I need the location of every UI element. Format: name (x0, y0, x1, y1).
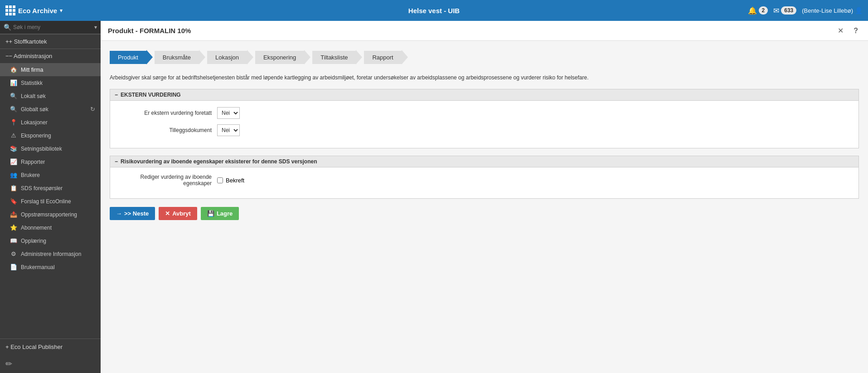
section2-content: Rediger vurdering av iboende egenskaper … (110, 167, 858, 198)
sidebar-search-bar: 🔍 ▾ (0, 21, 101, 34)
administrasjon-label: − Administrasjon (9, 53, 53, 59)
stoffkartotek-label: + Stoffkartotek (9, 38, 47, 45)
next-arrow-icon: → (116, 210, 122, 217)
step-label-3: Eksponering (255, 51, 304, 64)
wizard-step-rapport[interactable]: Rapport (364, 50, 407, 64)
item-icon-3: 🔍 (10, 106, 17, 113)
stoffkartotek-toggle-icon: + (5, 38, 9, 45)
confirm-label: Bekreft (226, 177, 244, 184)
cancel-icon: ✕ (165, 210, 170, 217)
edit-icon[interactable]: ✏ (5, 359, 12, 369)
sidebar-item-brukere[interactable]: 👥 Brukere (0, 168, 101, 182)
save-button[interactable]: 💾 Lagre (201, 207, 239, 220)
collapse-icon-1[interactable]: − (115, 92, 118, 98)
next-button[interactable]: → >> Neste (110, 207, 155, 220)
sidebar-item-oppstrømsrapportering[interactable]: 📤 Oppstrømsrapportering (0, 208, 101, 221)
app-logo[interactable]: Eco Archive ▾ (5, 5, 63, 15)
step-label-5: Rapport (364, 51, 401, 64)
item-label-1: Statistikk (21, 80, 43, 86)
item-label-7: Rapporter (21, 159, 45, 165)
collapse-icon-2[interactable]: − (115, 158, 118, 165)
sidebar-item-administrere-informasjon[interactable]: ⚙ Administrere Informasjon (0, 247, 101, 260)
sidebar-item-eksponering[interactable]: ⚠ Eksponering (0, 129, 101, 142)
step-label-4: Tiltaksliste (312, 51, 356, 64)
item-icon-13: 📖 (10, 237, 17, 244)
wizard-steps: Produkt Bruksmåte Lokasjon Eksponering T… (110, 50, 859, 64)
refresh-icon[interactable]: ↻ (90, 106, 95, 113)
item-label-9: SDS forespørsler (21, 185, 63, 191)
section-risiko-header: − Risikovurdering av iboende egenskaper … (110, 156, 858, 167)
messages-button[interactable]: 633 (773, 6, 796, 15)
sidebar-item-mitt-firma[interactable]: 🏠 Mitt firma (0, 63, 101, 76)
sidebar-item-abonnement[interactable]: ⭐ Abonnement (0, 221, 101, 234)
notifications-button[interactable]: 2 (748, 6, 768, 15)
cancel-button[interactable]: ✕ Avbryt (159, 207, 197, 220)
top-navbar: Eco Archive ▾ Helse vest - UIB 2 633 (Be… (0, 0, 868, 21)
item-icon-14: ⚙ (10, 250, 17, 257)
close-button[interactable]: ✕ (835, 25, 846, 36)
step-arrow-4 (356, 50, 362, 64)
item-label-11: Oppstrømsrapportering (21, 211, 77, 218)
sidebar-section-stoffkartotek[interactable]: + + Stoffkartotek (0, 34, 101, 49)
risiko-checkbox-label: Rediger vurdering av iboende egenskaper (117, 174, 217, 186)
sidebar-item-opplæring[interactable]: 📖 Opplæring (0, 234, 101, 247)
item-icon-6: 📚 (10, 145, 17, 152)
sidebar-eco-local[interactable]: + Eco Local Publisher (0, 339, 101, 355)
sidebar-item-lokalt-søk[interactable]: 🔍 Lokalt søk (0, 89, 101, 103)
section1-title: EKSTERN VURDERING (121, 92, 181, 98)
search-input[interactable] (13, 24, 94, 30)
item-label-13: Opplæring (21, 238, 46, 244)
step-arrow-5 (402, 50, 408, 64)
content-top-bar: Produkt - FORMALIN 10% ✕ ? (101, 21, 868, 41)
wizard-step-tiltaksliste[interactable]: Tiltaksliste (312, 50, 362, 64)
form-select-1[interactable]: NeiJa (217, 124, 240, 136)
grid-icon (5, 5, 15, 15)
search-dropdown-icon[interactable]: ▾ (94, 24, 97, 30)
item-icon-11: 📤 (10, 211, 17, 218)
search-icon: 🔍 (4, 24, 11, 31)
user-menu[interactable]: (Bente-Lise Lillebø) (802, 7, 863, 14)
sidebar-item-sds-forespørsler[interactable]: 📋 SDS forespørsler (0, 182, 101, 195)
user-name: (Bente-Lise Lillebø) (802, 7, 853, 14)
section2-title: Risikovurdering av iboende egenskaper ek… (121, 158, 317, 165)
wizard-step-bruksmåte[interactable]: Bruksmåte (155, 50, 205, 64)
help-button[interactable]: ? (851, 25, 861, 36)
save-icon: 💾 (207, 210, 214, 217)
content-area: Produkt - FORMALIN 10% ✕ ? Produkt Bruks… (101, 21, 868, 373)
sidebar-item-rapporter[interactable]: 📈 Rapporter (0, 155, 101, 168)
logo-arrow: ▾ (60, 8, 63, 14)
confirm-checkbox[interactable] (217, 177, 223, 183)
mail-icon (773, 6, 779, 15)
form-label-0: Er ekstern vurdering foretatt (117, 110, 217, 116)
item-icon-4: 📍 (10, 119, 17, 126)
form-row-1: TilleggsdokumentNeiJa (117, 124, 851, 136)
item-label-14: Administrere Informasjon (21, 251, 81, 257)
item-icon-8: 👥 (10, 172, 17, 178)
wizard-step-produkt[interactable]: Produkt (110, 50, 153, 64)
sidebar-item-brukermanual[interactable]: 📄 Brukermanual (0, 260, 101, 274)
sidebar-item-globalt-søk[interactable]: 🔍 Globalt søk↻ (0, 103, 101, 116)
sidebar-item-forslag-til-ecoonline[interactable]: 🔖 Forslag til EcoOnline (0, 195, 101, 208)
section-ekstern-vurdering: − EKSTERN VURDERING Er ekstern vurdering… (110, 89, 859, 148)
sidebar-item-lokasjoner[interactable]: 📍 Lokasjoner (0, 116, 101, 129)
item-label-12: Abonnement (21, 225, 52, 231)
wizard-step-lokasjon[interactable]: Lokasjon (207, 50, 253, 64)
page-title: Produkt - FORMALIN 10% (108, 27, 191, 34)
next-label: >> Neste (124, 210, 149, 217)
sidebar-section-administrasjon[interactable]: − − Administrasjon (0, 49, 101, 63)
form-label-1: Tilleggsdokument (117, 127, 217, 133)
user-icon (855, 7, 863, 14)
cancel-label: Avbryt (172, 210, 191, 217)
administrasjon-toggle-icon: − (5, 53, 9, 59)
bell-icon (748, 6, 757, 15)
notifications-count: 2 (759, 6, 768, 15)
main-layout: 🔍 ▾ + + Stoffkartotek − − Administrasjon… (0, 21, 868, 373)
item-label-15: Brukermanual (21, 264, 55, 270)
wizard-step-eksponering[interactable]: Eksponering (255, 50, 310, 64)
step-arrow-2 (247, 50, 253, 64)
sidebar-item-setningsbibliotek[interactable]: 📚 Setningsbibliotek (0, 142, 101, 155)
step-arrow-1 (199, 50, 205, 64)
form-select-0[interactable]: NeiJa (217, 107, 240, 119)
sidebar-item-statistikk[interactable]: 📊 Statistikk (0, 76, 101, 89)
item-label-5: Eksponering (21, 133, 51, 139)
